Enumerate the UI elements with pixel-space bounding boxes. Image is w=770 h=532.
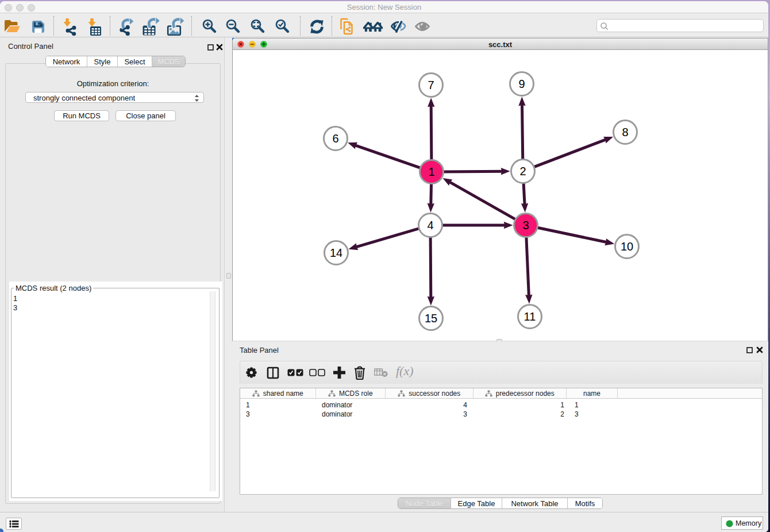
- svg-text:1: 1: [428, 165, 434, 178]
- svg-text:4: 4: [427, 219, 433, 232]
- svg-text:2: 2: [519, 165, 526, 178]
- svg-text:9: 9: [518, 78, 525, 90]
- svg-text:3: 3: [522, 219, 529, 232]
- svg-text:15: 15: [425, 312, 437, 325]
- svg-text:7: 7: [428, 79, 434, 91]
- svg-text:6: 6: [332, 132, 338, 145]
- svg-text:10: 10: [621, 240, 633, 253]
- svg-text:8: 8: [622, 126, 628, 138]
- svg-text:14: 14: [330, 246, 342, 259]
- svg-text:11: 11: [524, 310, 536, 323]
